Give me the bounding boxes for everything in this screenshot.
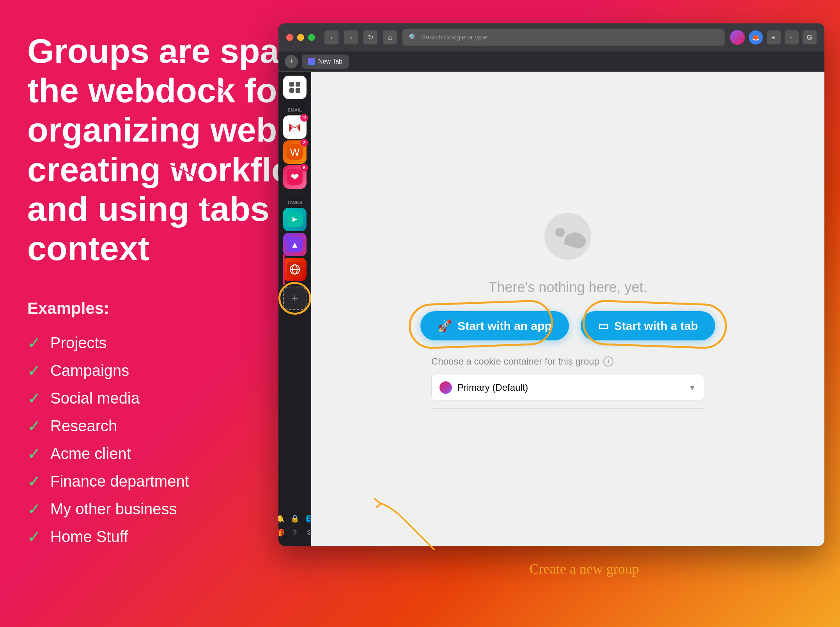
- start-with-app-button[interactable]: 🚀 Start with an app: [420, 311, 569, 340]
- webdock-sidebar: EMAIL 12 W: [278, 72, 311, 546]
- browser-brand: G: [803, 30, 817, 44]
- checkmark-icon: ✓: [27, 361, 41, 380]
- checkmark-icon: ✓: [27, 333, 41, 352]
- arrow-to-groups: [156, 51, 234, 113]
- start-app-label: Start with an app: [457, 319, 552, 333]
- search-placeholder: Search Google or type...: [421, 34, 493, 41]
- cookie-avatar: [439, 381, 452, 394]
- separator: [431, 408, 704, 409]
- other-app[interactable]: ❤ 6: [283, 165, 307, 189]
- svg-rect-3: [296, 88, 300, 93]
- browser-area: ‹ › ↻ ⌂ 🔍 Search Google or type... 🦊 ≡ ·…: [278, 23, 824, 585]
- notification-icon[interactable]: 🔔: [278, 513, 285, 524]
- add-group-button[interactable]: +: [283, 287, 307, 310]
- add-tab-button[interactable]: +: [285, 55, 298, 68]
- checkmark-icon: ✓: [27, 389, 41, 408]
- checkmark-icon: ✓: [27, 527, 41, 546]
- minimize-button[interactable]: [297, 34, 304, 41]
- example-text: Acme client: [50, 445, 131, 462]
- cookie-dropdown[interactable]: Primary (Default) ▼: [431, 375, 704, 400]
- close-button[interactable]: [286, 34, 293, 41]
- avatar-icon[interactable]: [730, 30, 745, 45]
- web-icon[interactable]: 🌐: [304, 513, 311, 524]
- gmail-badge: 12: [300, 114, 308, 122]
- tab-label: New Tab: [318, 58, 342, 65]
- svg-rect-2: [289, 88, 294, 93]
- office-app[interactable]: W 2: [283, 140, 307, 164]
- gmail-app[interactable]: 12: [283, 115, 307, 139]
- dock-divider-1: [285, 193, 305, 193]
- globe-app[interactable]: [283, 258, 307, 281]
- svg-rect-0: [289, 82, 294, 87]
- extension-icon[interactable]: 🦊: [749, 30, 763, 44]
- empty-state-text: There's nothing here, yet.: [488, 279, 647, 296]
- tab-favicon: [308, 58, 315, 65]
- lock-icon[interactable]: 🔒: [289, 513, 300, 524]
- empty-state-icon: [533, 209, 603, 264]
- bottom-icon-row-1: 🔔 🔒 🌐: [278, 513, 311, 524]
- new-tab[interactable]: New Tab: [302, 55, 349, 69]
- settings-icon[interactable]: ⚙: [304, 527, 311, 538]
- svg-rect-1: [296, 82, 300, 87]
- toolbar-icons: 🦊 ≡ ··· G: [730, 30, 817, 45]
- checkmark-icon: ✓: [27, 444, 41, 463]
- example-text: Campaigns: [50, 362, 129, 379]
- info-icon[interactable]: i: [603, 356, 613, 367]
- dock-bottom-icons: 🔔 🔒 🌐 🎁 ? ⚙: [278, 513, 311, 542]
- address-bar[interactable]: 🔍 Search Google or type...: [402, 29, 725, 46]
- tasks-section-label: TASKS: [287, 200, 303, 205]
- menu-icon[interactable]: ≡: [767, 30, 781, 44]
- cookie-label-text: Choose a cookie container for this group: [431, 356, 599, 367]
- tab-icon: ▭: [598, 319, 609, 333]
- rocket-icon: 🚀: [438, 319, 452, 333]
- example-text: Home Stuff: [50, 528, 128, 546]
- example-text: My other business: [50, 500, 177, 518]
- start-with-tab-button[interactable]: ▭ Start with a tab: [581, 311, 715, 340]
- other-badge: 6: [300, 164, 308, 172]
- create-group-annotation: Create a new group: [530, 561, 639, 577]
- home-button[interactable]: ⌂: [383, 30, 397, 44]
- help-icon[interactable]: ?: [289, 527, 300, 538]
- arrow-to-add-group: [148, 156, 226, 218]
- bottom-icon-row-2: 🎁 ? ⚙: [278, 527, 311, 538]
- example-text: Social media: [50, 390, 140, 407]
- tab-bar: + New Tab: [278, 51, 824, 72]
- browser-window: ‹ › ↻ ⌂ 🔍 Search Google or type... 🦊 ≡ ·…: [278, 23, 824, 546]
- main-content: There's nothing here, yet. 🚀 Start with …: [311, 72, 824, 546]
- checkmark-icon: ✓: [27, 499, 41, 519]
- maximize-button[interactable]: [308, 34, 315, 41]
- example-text: Finance department: [50, 473, 189, 490]
- svg-point-17: [555, 228, 565, 237]
- checkmark-icon: ✓: [27, 416, 41, 436]
- clickup-app[interactable]: ▲: [283, 233, 307, 256]
- chevron-down-icon: ▼: [688, 383, 696, 392]
- traffic-lights: [286, 34, 315, 41]
- start-tab-label: Start with a tab: [614, 319, 698, 333]
- active-indicator: [283, 254, 285, 285]
- dots-menu[interactable]: ···: [785, 30, 799, 44]
- cookie-section: Choose a cookie container for this group…: [431, 356, 704, 409]
- groups-button[interactable]: [283, 76, 307, 99]
- back-button[interactable]: ‹: [324, 30, 338, 44]
- browser-body: EMAIL 12 W: [278, 72, 824, 546]
- svg-text:W: W: [290, 146, 300, 158]
- cookie-default-text: Primary (Default): [457, 382, 528, 393]
- office-badge: 2: [300, 139, 308, 147]
- buttons-row: 🚀 Start with an app ▭ Start with a tab: [420, 311, 715, 340]
- plus-icon: +: [291, 292, 298, 305]
- example-text: Projects: [50, 334, 107, 352]
- gift-icon[interactable]: 🎁: [278, 527, 285, 538]
- tasks-app[interactable]: [283, 208, 307, 231]
- svg-text:▲: ▲: [291, 240, 299, 250]
- svg-text:❤: ❤: [291, 171, 299, 183]
- title-bar: ‹ › ↻ ⌂ 🔍 Search Google or type... 🦊 ≡ ·…: [278, 23, 824, 51]
- search-icon: 🔍: [409, 33, 417, 42]
- forward-button[interactable]: ›: [344, 30, 358, 44]
- refresh-button[interactable]: ↻: [363, 30, 377, 44]
- checkmark-icon: ✓: [27, 472, 41, 491]
- email-section-label: EMAIL: [288, 108, 302, 112]
- example-text: Research: [50, 417, 117, 435]
- cookie-label: Choose a cookie container for this group…: [431, 356, 704, 367]
